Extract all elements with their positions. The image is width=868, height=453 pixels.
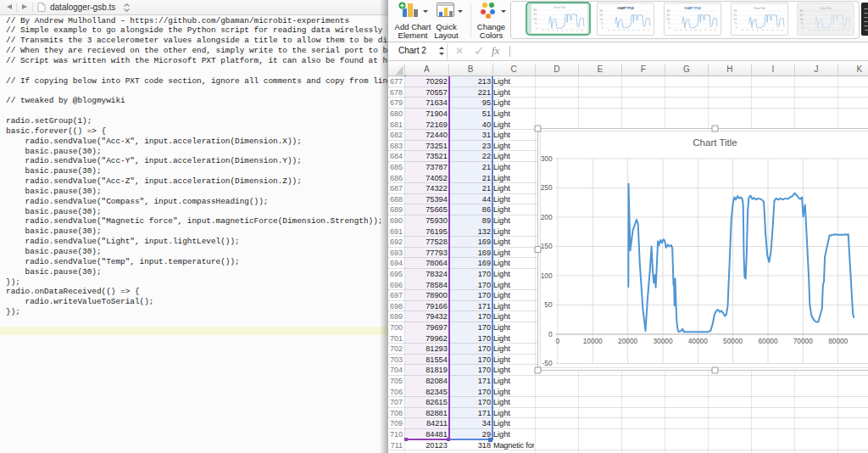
svg-text:100: 100 [541, 271, 553, 280]
svg-text:150: 150 [599, 18, 604, 21]
svg-text:Chart Title: Chart Title [754, 6, 765, 9]
svg-text:0: 0 [736, 26, 737, 30]
svg-text:75: 75 [601, 22, 604, 25]
svg-text:225: 225 [799, 14, 804, 17]
svg-text:200: 200 [541, 213, 553, 221]
svg-text:75: 75 [535, 22, 537, 25]
svg-text:225: 225 [666, 14, 670, 17]
svg-text:-50: -50 [542, 359, 553, 367]
svg-text:150: 150 [541, 242, 553, 250]
svg-text:150: 150 [666, 18, 670, 21]
svg-text:150: 150 [799, 18, 804, 21]
svg-text:0: 0 [669, 26, 670, 30]
svg-text:50: 50 [544, 300, 553, 309]
svg-text:0: 0 [556, 337, 560, 345]
svg-text:75: 75 [668, 22, 670, 25]
svg-text:75: 75 [800, 22, 803, 25]
svg-text:0: 0 [802, 26, 804, 30]
svg-text:80000: 80000 [828, 337, 848, 345]
svg-text:300: 300 [533, 8, 537, 12]
svg-text:Chart Title: Chart Title [554, 5, 565, 8]
svg-text:0: 0 [602, 26, 604, 30]
svg-text:CHART TITLE: CHART TITLE [617, 6, 634, 9]
svg-text:300: 300 [599, 9, 604, 13]
svg-text:60000: 60000 [758, 337, 777, 345]
svg-text:Chart Title: Chart Title [693, 137, 737, 148]
svg-text:300: 300 [799, 9, 804, 13]
svg-text:150: 150 [533, 18, 537, 21]
svg-text:225: 225 [533, 13, 537, 16]
svg-text:150: 150 [733, 18, 737, 21]
svg-text:250: 250 [541, 183, 553, 192]
svg-text:75: 75 [735, 22, 737, 25]
svg-text:225: 225 [599, 14, 604, 17]
svg-text:300: 300 [541, 154, 553, 163]
svg-text:10000: 10000 [583, 337, 603, 345]
svg-text:0: 0 [548, 330, 553, 338]
svg-text:30000: 30000 [653, 337, 672, 345]
svg-text:Chart Title: Chart Title [820, 6, 832, 9]
svg-text:CHART TITLE: CHART TITLE [684, 6, 701, 9]
svg-text:300: 300 [733, 9, 737, 13]
svg-text:225: 225 [733, 14, 737, 17]
svg-text:70000: 70000 [793, 337, 813, 345]
svg-text:40000: 40000 [688, 337, 708, 345]
svg-text:50000: 50000 [723, 337, 743, 345]
svg-text:0: 0 [536, 26, 537, 30]
svg-text:20000: 20000 [618, 337, 637, 345]
svg-text:300: 300 [666, 9, 670, 13]
